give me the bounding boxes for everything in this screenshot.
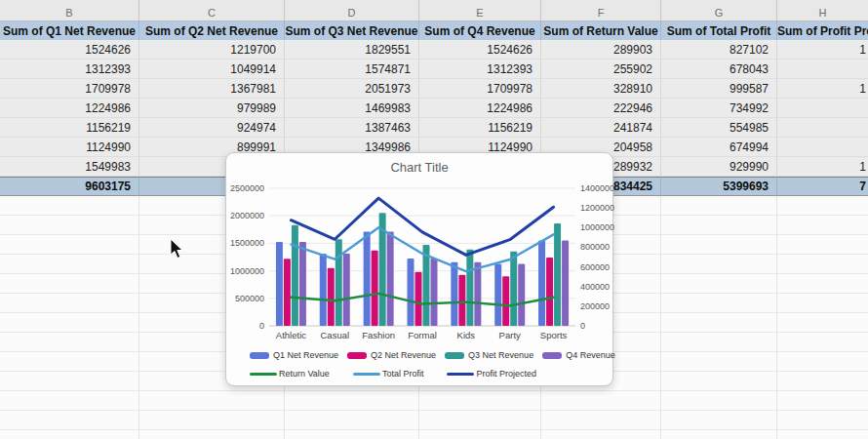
legend-label: Profit Projected bbox=[476, 369, 536, 379]
cell[interactable]: 1574871 bbox=[285, 60, 419, 79]
svg-text:2000000: 2000000 bbox=[230, 211, 264, 220]
cell[interactable]: 678043 bbox=[661, 60, 777, 79]
cell[interactable]: 1049914 bbox=[139, 60, 285, 79]
legend-item[interactable]: Profit Projected bbox=[447, 369, 536, 379]
svg-text:1000000: 1000000 bbox=[230, 266, 264, 276]
column-header-c[interactable]: C bbox=[139, 0, 285, 20]
svg-text:Party: Party bbox=[499, 330, 521, 340]
legend-swatch-total-profit bbox=[353, 373, 380, 376]
table-row: 1524626 1219700 1829551 1524626 289903 8… bbox=[0, 40, 868, 60]
cell[interactable]: 1 bbox=[777, 79, 868, 99]
legend-item[interactable]: Return Value bbox=[250, 369, 330, 379]
grid-divider bbox=[138, 196, 139, 439]
spreadsheet-window: B C D E F G H Sum of Q1 Net Revenue Sum … bbox=[0, 0, 868, 439]
svg-text:400000: 400000 bbox=[580, 282, 610, 292]
legend-swatch-q3 bbox=[445, 352, 464, 359]
svg-text:Casual: Casual bbox=[320, 330, 349, 340]
legend-item[interactable]: Q2 Net Revenue bbox=[347, 350, 436, 360]
cell[interactable]: 1312393 bbox=[419, 60, 541, 79]
chart-legend-lines: Return Value Total Profit Profit Project… bbox=[250, 369, 607, 379]
pivot-header-cell[interactable]: Sum of Q1 Net Revenue bbox=[0, 21, 139, 40]
legend-item[interactable]: Q1 Net Revenue bbox=[250, 350, 338, 360]
grid-divider bbox=[776, 196, 777, 439]
total-cell[interactable]: 5399693 bbox=[661, 177, 777, 196]
legend-swatch-return-value bbox=[250, 373, 277, 376]
pivot-header-cell[interactable]: Sum of Profit Pro bbox=[777, 21, 868, 40]
cell[interactable]: 1224986 bbox=[0, 99, 139, 118]
legend-label: Q4 Revenue bbox=[566, 350, 615, 360]
svg-text:1500000: 1500000 bbox=[230, 238, 264, 248]
cell[interactable]: 1469983 bbox=[285, 99, 419, 118]
legend-swatch-q2 bbox=[347, 352, 367, 359]
pivot-header-cell[interactable]: Sum of Q3 Net Revenue bbox=[285, 21, 419, 40]
column-letter-strip: B C D E F G H bbox=[0, 0, 868, 21]
cell[interactable]: 1387463 bbox=[285, 118, 419, 138]
table-row: 1312393 1049914 1574871 1312393 255902 6… bbox=[0, 60, 868, 79]
cell[interactable]: 1312393 bbox=[0, 60, 139, 79]
legend-item[interactable]: Q4 Revenue bbox=[542, 350, 615, 360]
legend-label: Q2 Net Revenue bbox=[371, 350, 436, 360]
svg-text:200000: 200000 bbox=[580, 301, 610, 311]
cell[interactable]: 1549983 bbox=[0, 157, 139, 177]
cell[interactable]: 2051973 bbox=[285, 79, 419, 99]
legend-item[interactable]: Q3 Net Revenue bbox=[445, 350, 533, 360]
cell[interactable]: 734992 bbox=[661, 99, 777, 118]
total-cell[interactable]: 9603175 bbox=[0, 177, 139, 196]
cell[interactable] bbox=[777, 60, 868, 79]
cell[interactable]: 1124990 bbox=[0, 138, 139, 157]
cell[interactable]: 328910 bbox=[541, 79, 661, 99]
column-header-g[interactable]: G bbox=[661, 0, 777, 20]
svg-text:500000: 500000 bbox=[235, 294, 264, 303]
cell[interactable]: 924974 bbox=[139, 118, 285, 138]
cell[interactable]: 1829551 bbox=[285, 40, 419, 60]
mouse-cursor-icon bbox=[170, 238, 185, 259]
cell[interactable]: 255902 bbox=[541, 60, 661, 79]
total-cell[interactable]: 7 bbox=[777, 177, 868, 196]
cell[interactable]: 241874 bbox=[541, 118, 661, 138]
cell[interactable]: 1156219 bbox=[0, 118, 139, 138]
grid-divider bbox=[660, 196, 661, 439]
cell[interactable]: 289903 bbox=[541, 40, 661, 60]
pivot-header-cell[interactable]: Sum of Total Profit bbox=[661, 21, 777, 40]
cell[interactable]: 1 bbox=[777, 40, 868, 60]
legend-item[interactable]: Total Profit bbox=[353, 369, 424, 379]
cell[interactable] bbox=[777, 99, 868, 118]
cell[interactable]: 554985 bbox=[661, 118, 777, 138]
cell[interactable]: 929990 bbox=[661, 157, 777, 177]
cell[interactable]: 999587 bbox=[661, 79, 777, 99]
cell[interactable]: 1524626 bbox=[0, 40, 139, 60]
column-header-b[interactable]: B bbox=[0, 0, 139, 20]
cell[interactable]: 1524626 bbox=[419, 40, 541, 60]
cell[interactable]: 222946 bbox=[541, 99, 661, 118]
svg-text:Formal: Formal bbox=[408, 330, 437, 340]
svg-text:1200000: 1200000 bbox=[580, 203, 614, 213]
chart-panel[interactable]: Chart Title 0500000100000015000002000000… bbox=[225, 152, 613, 386]
cell[interactable]: 1 bbox=[777, 157, 868, 177]
cell[interactable] bbox=[777, 118, 868, 138]
svg-text:Fashion: Fashion bbox=[362, 330, 395, 340]
pivot-header-row: Sum of Q1 Net Revenue Sum of Q2 Net Reve… bbox=[0, 21, 868, 40]
cell[interactable]: 1219700 bbox=[139, 40, 285, 60]
cell[interactable]: 674994 bbox=[661, 138, 777, 157]
column-header-d[interactable]: D bbox=[285, 0, 419, 20]
cell[interactable]: 827102 bbox=[661, 40, 777, 60]
svg-text:1000000: 1000000 bbox=[580, 222, 614, 232]
cell[interactable]: 1709978 bbox=[419, 79, 541, 99]
legend-label: Q3 Net Revenue bbox=[468, 350, 533, 360]
column-header-e[interactable]: E bbox=[419, 0, 541, 20]
cell[interactable]: 979989 bbox=[139, 99, 285, 118]
column-header-f[interactable]: F bbox=[541, 0, 661, 20]
legend-label: Q1 Net Revenue bbox=[273, 350, 338, 360]
pivot-header-cell[interactable]: Sum of Q4 Revenue bbox=[419, 21, 541, 40]
legend-swatch-q4 bbox=[542, 352, 562, 359]
chart-legend-bars: Q1 Net Revenue Q2 Net Revenue Q3 Net Rev… bbox=[250, 350, 607, 360]
cell[interactable]: 1709978 bbox=[0, 79, 139, 99]
cell[interactable]: 1156219 bbox=[419, 118, 541, 138]
pivot-header-cell[interactable]: Sum of Q2 Net Revenue bbox=[139, 21, 285, 40]
cell[interactable] bbox=[777, 138, 868, 157]
column-header-h[interactable]: H bbox=[777, 0, 868, 20]
cell[interactable]: 1367981 bbox=[139, 79, 285, 99]
cell[interactable]: 1224986 bbox=[419, 99, 541, 118]
pivot-header-cell[interactable]: Sum of Return Value bbox=[541, 21, 661, 40]
svg-text:Sports: Sports bbox=[540, 330, 568, 340]
